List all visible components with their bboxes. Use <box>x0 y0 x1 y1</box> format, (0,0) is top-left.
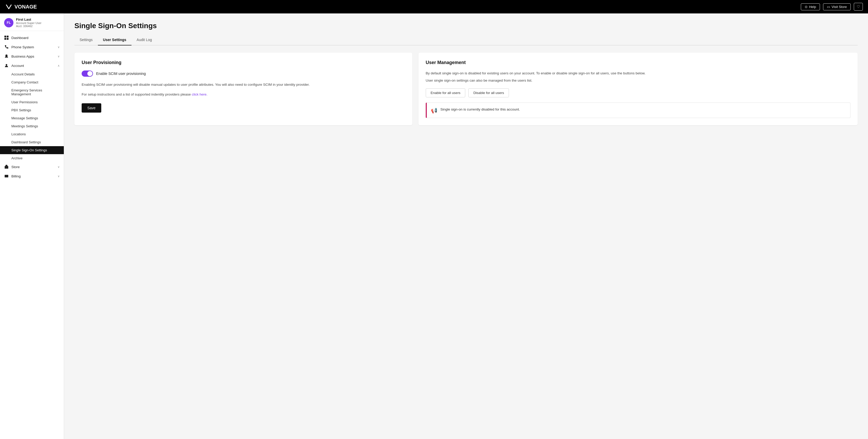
user-management-card: User Management By default single sign-o… <box>418 53 858 125</box>
billing-chevron: ∨ <box>58 175 60 178</box>
phone-icon <box>4 45 9 49</box>
scim-description: Enabling SCIM user provisioning will dis… <box>82 82 405 88</box>
user-provisioning-card: User Provisioning Enable SCIM user provi… <box>74 53 412 125</box>
vonage-logo: VONAGE <box>5 3 37 10</box>
tab-bar: Settings User Settings Audit Log <box>74 35 858 45</box>
dashboard-icon <box>4 35 9 40</box>
help-button[interactable]: ⊙ Help <box>801 3 820 10</box>
account-chevron: ∧ <box>58 64 60 67</box>
sidebar-item-account-label: Account <box>11 64 24 68</box>
sidebar-item-archive[interactable]: Archive <box>0 154 64 162</box>
user-account: Acct: 336462 <box>16 25 41 28</box>
setup-text: For setup instructions and a list of sup… <box>82 92 405 97</box>
svg-rect-0 <box>4 36 6 37</box>
business-apps-icon <box>4 54 9 59</box>
sidebar-item-business-apps[interactable]: Business Apps ∨ <box>0 52 64 61</box>
user-section: FL First Last Account Super User Acct: 3… <box>0 13 64 31</box>
toggle-knob <box>87 71 92 76</box>
disable-all-users-button[interactable]: Disable for all users <box>468 88 509 97</box>
sidebar-item-user-permissions[interactable]: User Permissions <box>0 98 64 106</box>
sidebar-item-phone-system[interactable]: Phone System ∨ <box>0 42 64 52</box>
megaphone-icon: 📢 <box>431 107 437 114</box>
sidebar-item-billing-label: Billing <box>11 174 21 178</box>
vonage-logo-text: VONAGE <box>14 4 37 10</box>
sidebar-item-emergency-services[interactable]: Emergency Services Management <box>0 86 64 98</box>
mgmt-description-2: User single sign-on settings can also be… <box>426 78 850 84</box>
sidebar-item-business-label: Business Apps <box>11 55 34 58</box>
heart-icon: ♡ <box>857 4 860 9</box>
user-name: First Last <box>16 18 41 22</box>
sidebar-item-locations[interactable]: Locations <box>0 130 64 138</box>
sidebar-item-billing[interactable]: Billing ∨ <box>0 171 64 181</box>
svg-rect-3 <box>7 38 8 40</box>
page-title: Single Sign-On Settings <box>74 22 858 30</box>
favorites-button[interactable]: ♡ <box>854 3 863 10</box>
enable-all-users-button[interactable]: Enable for all users <box>426 88 466 97</box>
sidebar-item-account[interactable]: Account ∧ <box>0 61 64 70</box>
avatar: FL <box>4 18 13 27</box>
store-chevron: ∨ <box>58 165 60 169</box>
scim-toggle-row: Enable SCIM user provisioning <box>82 70 405 77</box>
content-grid: User Provisioning Enable SCIM user provi… <box>74 53 858 125</box>
save-button[interactable]: Save <box>82 103 101 113</box>
user-management-title: User Management <box>426 60 850 65</box>
tab-audit-log[interactable]: Audit Log <box>131 35 157 45</box>
vonage-logo-icon <box>5 3 12 10</box>
sidebar-item-dashboard-settings[interactable]: Dashboard Settings <box>0 138 64 146</box>
sidebar-item-phone-label: Phone System <box>11 45 34 49</box>
tab-user-settings[interactable]: User Settings <box>98 35 131 45</box>
svg-rect-7 <box>5 175 8 178</box>
svg-rect-2 <box>4 38 6 40</box>
top-navigation: VONAGE ⊙ Help ▭ Visit Store ♡ <box>0 0 868 13</box>
tab-settings[interactable]: Settings <box>74 35 98 45</box>
account-icon <box>4 63 9 68</box>
store-nav-icon <box>4 164 9 169</box>
alert-message: Single sign-on is currently disabled for… <box>440 107 520 112</box>
scim-toggle[interactable] <box>82 70 93 77</box>
business-apps-chevron: ∨ <box>58 55 60 58</box>
svg-point-4 <box>5 55 7 57</box>
visit-store-button[interactable]: ▭ Visit Store <box>823 3 851 10</box>
main-content: Single Sign-On Settings Settings User Se… <box>64 13 868 439</box>
help-icon: ⊙ <box>805 5 808 9</box>
sidebar-item-pbx-settings[interactable]: PBX Settings <box>0 106 64 114</box>
mgmt-button-row: Enable for all users Disable for all use… <box>426 88 850 97</box>
phone-system-chevron: ∨ <box>58 45 60 49</box>
click-here-link[interactable]: click here. <box>192 92 208 96</box>
sidebar-item-company-contact[interactable]: Company Contact <box>0 78 64 86</box>
sidebar-item-store[interactable]: Store ∨ <box>0 162 64 171</box>
user-role: Account Super User <box>16 22 41 25</box>
billing-icon <box>4 174 9 179</box>
sidebar: FL First Last Account Super User Acct: 3… <box>0 13 64 439</box>
svg-rect-6 <box>5 166 8 169</box>
sidebar-item-message-settings[interactable]: Message Settings <box>0 114 64 122</box>
sidebar-item-account-details[interactable]: Account Details <box>0 70 64 78</box>
svg-point-5 <box>6 64 7 66</box>
sidebar-item-dashboard-label: Dashboard <box>11 36 28 40</box>
topnav-actions: ⊙ Help ▭ Visit Store ♡ <box>801 3 863 10</box>
sidebar-item-meetings-settings[interactable]: Meetings Settings <box>0 122 64 130</box>
store-icon: ▭ <box>827 5 830 9</box>
sidebar-item-store-label: Store <box>11 165 20 169</box>
svg-rect-1 <box>7 36 8 37</box>
sidebar-item-dashboard[interactable]: Dashboard <box>0 33 64 42</box>
main-nav: Dashboard Phone System ∨ <box>0 31 64 183</box>
sidebar-item-single-sign-on[interactable]: Single Sign-On Settings <box>0 146 64 154</box>
scim-toggle-label: Enable SCIM user provisioning <box>96 71 146 76</box>
sso-status-alert: 📢 Single sign-on is currently disabled f… <box>426 102 850 118</box>
user-provisioning-title: User Provisioning <box>82 60 405 65</box>
user-info: First Last Account Super User Acct: 3364… <box>16 18 41 28</box>
mgmt-description-1: By default single sign-on is disabled fo… <box>426 70 850 76</box>
